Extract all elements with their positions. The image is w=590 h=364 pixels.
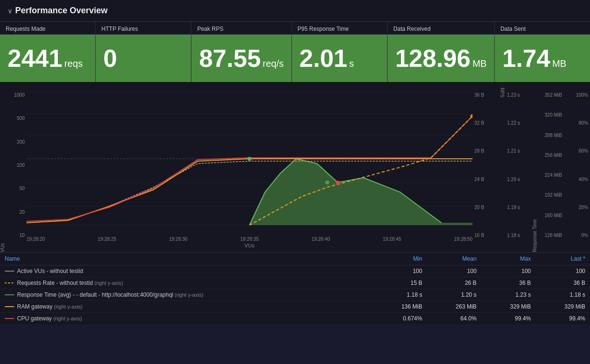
legend-name-cell: Requests Rate - without testid (right y-… <box>0 277 372 289</box>
y-axis-rps: 36 B32 B28 B24 B20 B16 B <box>472 88 499 252</box>
legend-mean: 26 B <box>427 277 481 289</box>
y-axis-pct-tick: 60% <box>566 148 588 154</box>
stat-unit-requests-made: reqs <box>64 58 83 69</box>
legend-name: CPU gateway <box>17 315 52 322</box>
x-axis-tick: 19:28:30 <box>169 237 188 242</box>
x-axis-tick: 19:28:35 <box>240 237 259 242</box>
legend-secondary: (right y-axis) <box>52 316 82 321</box>
y-axis-left-tick: 50 <box>5 186 25 191</box>
legend-max: 100 <box>481 265 536 277</box>
y-axis-rps-tick: 36 B <box>474 92 497 98</box>
legend-row: Response Time (avg) - - default - http:/… <box>0 289 590 301</box>
y-axis-resp-tick: 1.22 s <box>507 120 529 126</box>
x-axis-title: VUs <box>27 242 472 252</box>
y-axis-resp-tick: 1.21 s <box>507 148 529 154</box>
y-axis-resp-tick: 1.19 s <box>507 205 529 210</box>
legend-last: 99.4% <box>536 313 590 325</box>
x-axis-tick: 19:28:20 <box>27 237 45 242</box>
stat-value-requests-made: 2441 <box>8 46 63 71</box>
col-min: Min <box>372 253 427 265</box>
svg-point-8 <box>247 157 252 161</box>
y-axis-pct: 100%80%60%40%20%0% <box>564 88 590 252</box>
legend-mean: 1.20 s <box>427 289 481 301</box>
legend-secondary: (right y-axis) <box>173 292 204 298</box>
stat-label-p95-response: P95 Response Time <box>292 22 387 35</box>
stat-value-area-data-received: 128.96 MB <box>388 35 494 82</box>
legend-mean: 263 MiB <box>427 301 481 313</box>
legend-row: CPU gateway (right y-axis) 0.674% 64.0% … <box>0 313 590 325</box>
y-axis-left-tick: 1000 <box>5 92 25 98</box>
stat-card-data-received: Data Received 128.96 MB <box>388 22 495 82</box>
y-axis-pct-tick: 20% <box>566 205 588 210</box>
y-axis-mib-tick: 224 MiB <box>540 173 562 178</box>
stat-label-http-failures: HTTP Failures <box>96 22 191 35</box>
stat-label-peak-rps: Peak RPS <box>191 22 291 35</box>
stat-value-area-peak-rps: 87.55 req/s <box>191 35 291 82</box>
y-axis-left-tick: 200 <box>5 139 25 145</box>
y-axis-mib-tick: 128 MiB <box>540 233 562 238</box>
stat-label-requests-made: Requests Made <box>0 22 95 35</box>
y-axis-left: 1000500200100502010 <box>5 88 27 252</box>
legend-secondary: (right y-axis) <box>53 304 83 309</box>
svg-marker-7 <box>250 159 473 225</box>
y-axis-rps-tick: 24 B <box>474 177 497 182</box>
legend-max: 36 B <box>481 277 536 289</box>
chevron-icon: ∨ <box>8 7 12 15</box>
y-axis-mib-tick: 288 MiB <box>540 133 562 138</box>
stat-unit-peak-rps: req/s <box>263 58 283 69</box>
y-axis-rps-tick: 28 B <box>474 148 497 154</box>
legend-name-cell: CPU gateway (right y-axis) <box>0 313 372 325</box>
legend-row: Active VUs - without testid 100 100 100 … <box>0 265 590 277</box>
stat-value-area-data-sent: 1.74 MB <box>495 35 590 82</box>
legend-max: 329 MiB <box>481 301 536 313</box>
legend-swatch <box>5 282 14 283</box>
header: ∨ Performance Overview <box>0 0 590 21</box>
legend-last: 100 <box>536 265 590 277</box>
y-axis-mib-tick: 192 MiB <box>540 192 562 198</box>
y-axis-mib-tick: 256 MiB <box>540 153 562 158</box>
legend-min: 100 <box>372 265 427 277</box>
legend-min: 136 MiB <box>372 301 427 313</box>
legend-min: 0.674% <box>372 313 427 325</box>
stat-card-requests-made: Requests Made 2441 reqs <box>0 22 96 82</box>
col-mean: Mean <box>427 253 481 265</box>
stat-label-data-received: Data Received <box>388 22 494 35</box>
page-title: Performance Overview <box>15 6 108 16</box>
y-axis-resp-tick: 1.18 s <box>507 233 529 238</box>
y-axis-left-tick: 100 <box>5 163 25 168</box>
legend-max: 99.4% <box>481 313 536 325</box>
stat-card-peak-rps: Peak RPS 87.55 req/s <box>191 22 292 82</box>
stat-value-area-p95-response: 2.01 s <box>292 35 387 82</box>
y-axis-mib-tick: 320 MiB <box>540 112 562 118</box>
x-axis-tick: 19:28:25 <box>98 237 116 242</box>
y-axis-resp-tick: 1.23 s <box>507 92 529 98</box>
y-axis-left-label: VUs <box>0 88 5 252</box>
stat-value-http-failures: 0 <box>103 46 117 71</box>
x-axis: 19:28:2019:28:2519:28:3019:28:3519:28:40… <box>27 235 472 242</box>
y-axis-rps-label: RPS <box>499 88 505 252</box>
y-axis-mib: 352 MiB320 MiB288 MiB256 MiB224 MiB192 M… <box>538 88 564 252</box>
y-axis-left-tick: 10 <box>5 233 25 238</box>
legend-min: 1.18 s <box>372 289 427 301</box>
stat-value-data-received: 128.96 <box>395 46 471 71</box>
legend-name: Requests Rate - without testid <box>17 280 93 286</box>
legend-name: RAM gateway <box>17 303 53 310</box>
legend-swatch <box>5 318 14 319</box>
x-axis-tick: 19:28:45 <box>383 237 401 242</box>
legend-mean: 64.0% <box>427 313 481 325</box>
legend-last: 1.18 s <box>536 289 590 301</box>
svg-point-9 <box>336 181 340 184</box>
legend-swatch <box>5 306 14 307</box>
stat-unit-data-sent: MB <box>552 58 566 69</box>
legend-last: 36 B <box>536 277 590 289</box>
legend-name: Active VUs - without testid <box>17 268 83 274</box>
y-axis-pct-tick: 80% <box>566 120 588 126</box>
y-axis-rps-tick: 20 B <box>474 205 497 210</box>
stat-value-p95-response: 2.01 <box>300 46 347 71</box>
y-axis-resp-label: Response Time <box>531 88 538 252</box>
y-axis-pct-tick: 100% <box>566 92 588 98</box>
legend-last: 329 MiB <box>536 301 590 313</box>
y-axis-resp-tick: 1.20 s <box>507 177 529 182</box>
chart-main: 19:28:2019:28:2519:28:3019:28:3519:28:40… <box>27 88 472 252</box>
stat-card-data-sent: Data Sent 1.74 MB <box>495 22 590 82</box>
